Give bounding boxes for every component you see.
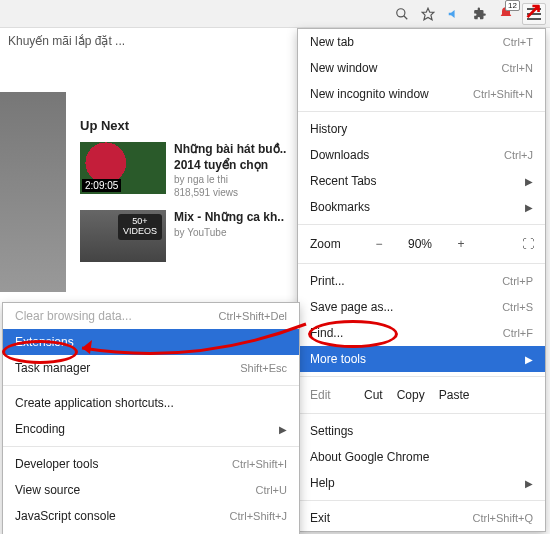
video-meta: Những bài hát buồ.. 2014 tuyển chọn by n… (174, 142, 286, 199)
menu-history[interactable]: History (298, 116, 545, 142)
video-duration: 2:09:05 (82, 179, 121, 192)
menu-help[interactable]: Help▶ (298, 470, 545, 496)
menu-create-shortcuts[interactable]: Create application shortcuts... (3, 390, 299, 416)
announce-icon[interactable] (444, 4, 464, 24)
zoom-label: Zoom (310, 237, 358, 251)
video-thumbnail: 50+ VIDEOS (80, 210, 166, 262)
svg-line-1 (404, 15, 408, 19)
menu-inspect-devices[interactable]: Inspect devices (3, 529, 299, 534)
up-next-heading: Up Next (80, 118, 129, 133)
tab-title: Khuyến mãi lắp đặt ... (0, 28, 133, 54)
menu-developer-tools[interactable]: Developer toolsCtrl+Shift+I (3, 451, 299, 477)
video-thumbnail: 2:09:05 (80, 142, 166, 194)
menu-about[interactable]: About Google Chrome (298, 444, 545, 470)
chevron-right-icon: ▶ (525, 176, 533, 187)
menu-zoom-row: Zoom − 90% + ⛶ (298, 229, 545, 259)
video-player-thumbnail (0, 92, 66, 292)
video-meta: Mix - Những ca kh.. by YouTube (174, 210, 284, 262)
annotation-arrow-icon: ↗ (524, 0, 542, 24)
menu-encoding[interactable]: Encoding▶ (3, 416, 299, 442)
browser-toolbar: 12 (0, 0, 550, 28)
chevron-right-icon: ▶ (525, 202, 533, 213)
menu-view-source[interactable]: View sourceCtrl+U (3, 477, 299, 503)
svg-point-0 (397, 8, 405, 16)
menu-more-tools[interactable]: More tools▶ (298, 346, 545, 372)
svg-marker-2 (422, 8, 434, 20)
chrome-main-menu: New tabCtrl+T New windowCtrl+N New incog… (297, 28, 546, 532)
zoom-icon[interactable] (392, 4, 412, 24)
menu-downloads[interactable]: DownloadsCtrl+J (298, 142, 545, 168)
menu-settings[interactable]: Settings (298, 418, 545, 444)
chevron-right-icon: ▶ (525, 478, 533, 489)
menu-new-tab[interactable]: New tabCtrl+T (298, 29, 545, 55)
star-icon[interactable] (418, 4, 438, 24)
menu-extensions[interactable]: Extensions (3, 329, 299, 355)
menu-save-as[interactable]: Save page as...Ctrl+S (298, 294, 545, 320)
menu-edit-row: Edit Cut Copy Paste (298, 381, 545, 409)
menu-copy[interactable]: Copy (397, 388, 425, 402)
zoom-in-button[interactable]: + (450, 237, 472, 251)
menu-exit[interactable]: ExitCtrl+Shift+Q (298, 505, 545, 531)
menu-find[interactable]: Find...Ctrl+F (298, 320, 545, 346)
menu-paste[interactable]: Paste (439, 388, 470, 402)
menu-recent-tabs[interactable]: Recent Tabs▶ (298, 168, 545, 194)
extension-puzzle-icon[interactable] (470, 4, 490, 24)
menu-new-window[interactable]: New windowCtrl+N (298, 55, 545, 81)
video-title: Những bài hát buồ.. (174, 142, 286, 158)
menu-cut[interactable]: Cut (364, 388, 383, 402)
menu-js-console[interactable]: JavaScript consoleCtrl+Shift+J (3, 503, 299, 529)
video-item[interactable]: 2:09:05 Những bài hát buồ.. 2014 tuyển c… (80, 142, 286, 199)
fullscreen-icon[interactable]: ⛶ (522, 237, 533, 251)
menu-clear-browsing-data[interactable]: Clear browsing data...Ctrl+Shift+Del (3, 303, 299, 329)
zoom-out-button[interactable]: − (368, 237, 390, 251)
video-title: Mix - Những ca kh.. (174, 210, 284, 226)
menu-task-manager[interactable]: Task managerShift+Esc (3, 355, 299, 381)
chevron-right-icon: ▶ (525, 354, 533, 365)
menu-print[interactable]: Print...Ctrl+P (298, 268, 545, 294)
notification-icon[interactable]: 12 (496, 4, 516, 24)
chevron-right-icon: ▶ (279, 424, 287, 435)
video-item[interactable]: 50+ VIDEOS Mix - Những ca kh.. by YouTub… (80, 210, 284, 262)
menu-bookmarks[interactable]: Bookmarks▶ (298, 194, 545, 220)
playlist-badge: 50+ VIDEOS (118, 214, 162, 240)
edit-label: Edit (310, 388, 350, 402)
more-tools-submenu: Clear browsing data...Ctrl+Shift+Del Ext… (2, 302, 300, 534)
menu-new-incognito[interactable]: New incognito windowCtrl+Shift+N (298, 81, 545, 107)
zoom-value: 90% (400, 237, 440, 251)
notification-count: 12 (505, 0, 520, 11)
